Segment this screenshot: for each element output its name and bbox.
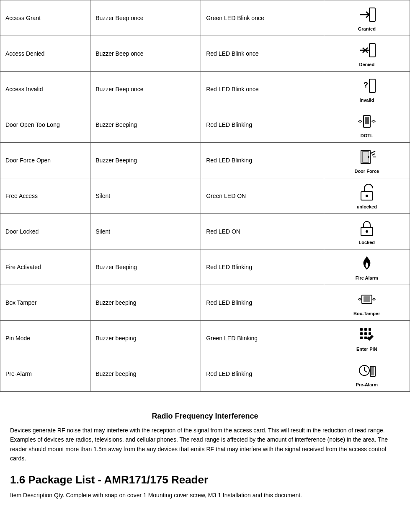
buzzer-cell: Buzzer Beeping: [90, 249, 201, 285]
icon-cell: Enter PIN: [324, 321, 410, 356]
rf-section: Radio Frequency Interference Devices gen…: [0, 405, 410, 506]
led-cell: Green LED ON: [201, 178, 324, 214]
icon-label: Pre-Alarm: [356, 382, 378, 387]
icon-granted: Granted: [329, 5, 405, 31]
event-cell: Access Invalid: [0, 72, 90, 107]
svg-rect-23: [364, 328, 367, 331]
locked-icon: [357, 218, 377, 239]
rf-paragraph: Devices generate RF noise that may inter…: [10, 426, 400, 463]
table-row: Pre-AlarmBuzzer beepingRed LED Blinking …: [0, 356, 410, 392]
icon-boxtamper: Box-Tamper: [329, 289, 405, 316]
svg-point-19: [366, 230, 368, 233]
led-cell: Red LED Blink once: [201, 36, 324, 72]
table-row: Box TamperBuzzer beepingRed LED Blinking…: [0, 285, 410, 321]
icon-label: Box-Tamper: [353, 311, 380, 316]
icon-invalid: ? Invalid: [329, 76, 405, 103]
icon-cell: Locked: [324, 214, 410, 249]
led-cell: Red LED Blinking: [201, 285, 324, 321]
led-cell: Red LED Blinking: [201, 107, 324, 143]
icon-label: Granted: [358, 26, 376, 31]
icon-dotl: DOTL: [329, 111, 405, 138]
buzzer-cell: Silent: [90, 214, 201, 249]
buzzer-cell: Buzzer Beep once: [90, 0, 201, 36]
buzzer-cell: Buzzer Beeping: [90, 107, 201, 143]
icon-cell: Box-Tamper: [324, 285, 410, 321]
svg-rect-28: [360, 337, 363, 339]
svg-rect-21: [364, 296, 370, 302]
icon-unlocked: unlocked: [329, 182, 405, 209]
pinmode-icon: [357, 325, 377, 346]
rf-heading: Radio Frequency Interference: [10, 412, 400, 421]
table-row: Free AccessSilentGreen LED ON unlocked: [0, 178, 410, 214]
table-row: Pin ModeBuzzer beepingGreen LED Blinking…: [0, 321, 410, 356]
led-cell: Red LED ON: [201, 214, 324, 249]
invalid-icon: ?: [357, 76, 377, 97]
svg-rect-0: [369, 8, 375, 21]
event-cell: Door Locked: [0, 214, 90, 249]
table-row: Access InvalidBuzzer Beep onceRed LED Bl…: [0, 72, 410, 107]
icon-doorforce: Door Force: [329, 147, 405, 174]
icon-denied: Denied: [329, 40, 405, 67]
event-cell: Fire Activated: [0, 249, 90, 285]
denied-icon: [357, 40, 377, 61]
icon-firealarm: Fire Alarm: [329, 254, 405, 280]
icon-label: Denied: [359, 62, 374, 67]
led-cell: Red LED Blinking: [201, 143, 324, 178]
table-row: Door LockedSilentRed LED ON Locked: [0, 214, 410, 249]
icon-cell: Door Force: [324, 143, 410, 178]
icon-cell: ? Invalid: [324, 72, 410, 107]
icon-label: unlocked: [357, 204, 377, 209]
boxtamper-icon: [357, 289, 377, 310]
buzzer-cell: Buzzer beeping: [90, 356, 201, 392]
led-cell: Green LED Blinking: [201, 321, 324, 356]
icon-cell: unlocked: [324, 178, 410, 214]
icon-label: Enter PIN: [356, 347, 377, 352]
svg-line-32: [364, 370, 367, 372]
svg-rect-25: [360, 332, 363, 335]
svg-point-17: [366, 195, 368, 197]
buzzer-cell: Buzzer beeping: [90, 285, 201, 321]
icon-cell: DOTL: [324, 107, 410, 143]
prealarm-icon: [357, 360, 377, 381]
buzzer-cell: Buzzer beeping: [90, 321, 201, 356]
icon-cell: Pre-Alarm: [324, 356, 410, 392]
icon-prealarm: Pre-Alarm: [329, 360, 405, 387]
event-cell: Pre-Alarm: [0, 356, 90, 392]
led-cell: Red LED Blinking: [201, 249, 324, 285]
event-cell: Access Grant: [0, 0, 90, 36]
svg-rect-2: [369, 44, 375, 57]
svg-text:?: ?: [364, 81, 368, 89]
event-cell: Door Force Open: [0, 143, 90, 178]
unlocked-icon: [357, 182, 377, 203]
led-cell: Red LED Blink once: [201, 72, 324, 107]
table-row: Access GrantBuzzer Beep onceGreen LED Bl…: [0, 0, 410, 36]
led-cell: Red LED Blinking: [201, 356, 324, 392]
icon-label: Door Force: [354, 169, 379, 174]
table-row: Access DeniedBuzzer Beep onceRed LED Bli…: [0, 36, 410, 72]
svg-line-14: [372, 154, 375, 155]
icon-label: Fire Alarm: [356, 275, 378, 280]
event-cell: Box Tamper: [0, 285, 90, 321]
event-cell: Door Open Too Long: [0, 107, 90, 143]
table-row: Fire ActivatedBuzzer BeepingRed LED Blin…: [0, 249, 410, 285]
firealarm-icon: [357, 254, 377, 275]
svg-rect-27: [369, 332, 371, 335]
buzzer-cell: Buzzer Beep once: [90, 36, 201, 72]
icon-cell: Denied: [324, 36, 410, 72]
svg-point-12: [368, 156, 369, 158]
svg-rect-34: [371, 367, 374, 375]
icon-cell: Fire Alarm: [324, 249, 410, 285]
status-table: Access GrantBuzzer Beep onceGreen LED Bl…: [0, 0, 410, 392]
table-row: Door Force OpenBuzzer BeepingRed LED Bli…: [0, 143, 410, 178]
event-cell: Access Denied: [0, 36, 90, 72]
buzzer-cell: Buzzer Beep once: [90, 72, 201, 107]
buzzer-cell: Silent: [90, 178, 201, 214]
icon-label: DOTL: [361, 133, 373, 138]
doorforce-icon: [357, 147, 377, 168]
pkg-paragraph: Item Description Qty. Complete with snap…: [10, 491, 400, 500]
svg-rect-22: [360, 328, 363, 331]
table-row: Door Open Too LongBuzzer BeepingRed LED …: [0, 107, 410, 143]
icon-pinmode: Enter PIN: [329, 325, 405, 352]
icon-cell: Granted: [324, 0, 410, 36]
icon-locked: Locked: [329, 218, 405, 245]
